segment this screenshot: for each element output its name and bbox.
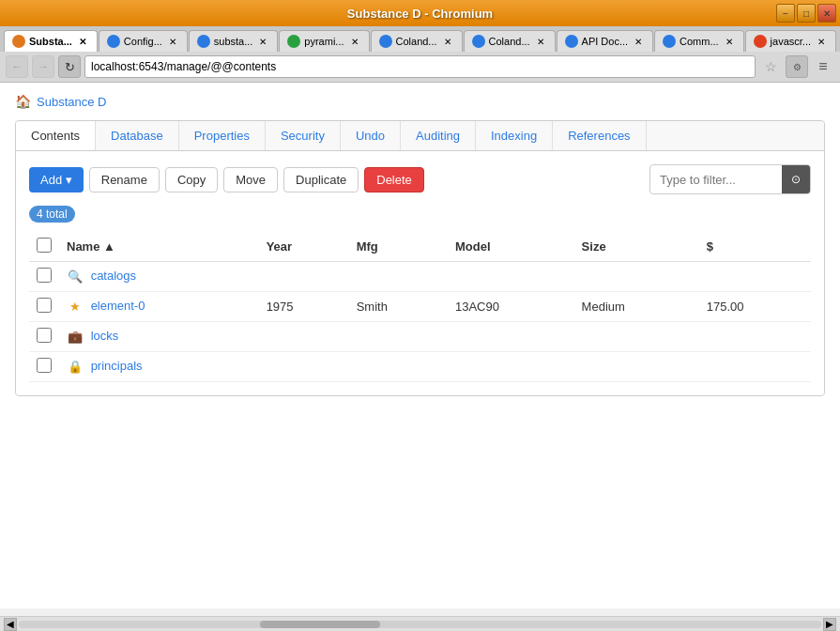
tab-close-substad[interactable]: ✕: [76, 35, 89, 48]
item-link-catalogs[interactable]: catalogs: [91, 269, 136, 283]
tab-comm[interactable]: Comm... ✕: [654, 30, 744, 52]
row-checkbox-catalogs[interactable]: [37, 268, 52, 283]
col-model[interactable]: Model: [448, 232, 574, 262]
tab-label-coland: Coland...: [396, 36, 437, 47]
window-controls: − □ ✕: [776, 4, 836, 23]
tab-pyramid[interactable]: pyrami... ✕: [279, 30, 369, 52]
duplicate-button[interactable]: Duplicate: [283, 167, 359, 192]
cell-model-catalogs: [448, 262, 574, 292]
cell-year-locks: [259, 322, 349, 352]
briefcase-icon: 💼: [67, 329, 84, 346]
filter-input[interactable]: [650, 168, 782, 192]
cell-model-principals: [448, 352, 574, 382]
tab-apidoc[interactable]: API Doc... ✕: [557, 30, 654, 52]
tab-close-apidoc[interactable]: ✕: [632, 35, 645, 48]
item-link-locks[interactable]: locks: [91, 329, 119, 343]
tab-close-config[interactable]: ✕: [166, 35, 179, 48]
move-button[interactable]: Move: [223, 167, 278, 192]
tab-indexing[interactable]: Indexing: [476, 121, 553, 150]
tabs-container: Contents Database Properties Security Un…: [15, 120, 825, 396]
tab-coland[interactable]: Coland... ✕: [371, 30, 463, 52]
breadcrumb-link[interactable]: Substance D: [37, 95, 106, 109]
tab-database[interactable]: Database: [96, 121, 179, 150]
add-label: Add ▾: [40, 173, 72, 187]
tab-label-pyramid: pyrami...: [304, 36, 344, 47]
copy-button[interactable]: Copy: [165, 167, 218, 192]
maximize-button[interactable]: □: [797, 4, 816, 23]
tab-label-coland2: Coland...: [489, 36, 530, 47]
col-size[interactable]: Size: [574, 232, 699, 262]
star-icon: ★: [67, 299, 84, 316]
cell-price-principals: [699, 352, 811, 382]
cell-model-locks: [448, 322, 574, 352]
tab-config[interactable]: Config... ✕: [99, 30, 188, 52]
tab-close-coland2[interactable]: ✕: [534, 35, 547, 48]
cell-size-catalogs: [574, 262, 699, 292]
tab-references[interactable]: References: [553, 121, 646, 150]
close-button[interactable]: ✕: [817, 4, 836, 23]
back-button[interactable]: ←: [6, 55, 28, 78]
cell-price-catalogs: [699, 262, 811, 292]
bookmark-button[interactable]: ☆: [759, 55, 782, 78]
tab-close-substan2[interactable]: ✕: [256, 35, 269, 48]
item-link-element0[interactable]: element-0: [91, 299, 145, 313]
tab-auditing[interactable]: Auditing: [401, 121, 476, 150]
favicon-comm: [663, 35, 676, 48]
cell-year-element0: 1975: [259, 292, 349, 322]
tab-label-substan2: substa...: [214, 36, 253, 47]
cell-model-element0: 13AC90: [448, 292, 574, 322]
tab-security[interactable]: Security: [266, 121, 341, 150]
tabs-body: Add ▾ Rename Copy Move Duplicate Delete: [16, 151, 824, 395]
row-checkbox-principals[interactable]: [37, 358, 52, 373]
refresh-button[interactable]: ↻: [58, 55, 81, 78]
tab-substan2[interactable]: substa... ✕: [189, 30, 279, 52]
delete-button[interactable]: Delete: [364, 167, 424, 192]
tab-contents[interactable]: Contents: [16, 121, 96, 151]
tab-undo[interactable]: Undo: [341, 121, 401, 150]
table-row: 🔒 principals: [29, 352, 811, 382]
tab-coland2[interactable]: Coland... ✕: [464, 30, 556, 52]
address-bar[interactable]: localhost:6543/manage/@@contents: [84, 55, 756, 78]
minimize-button[interactable]: −: [776, 4, 795, 23]
table-row: 💼 locks: [29, 322, 811, 352]
browser-chrome: Substa... ✕ Config... ✕ substa... ✕ pyra…: [0, 26, 840, 83]
copy-label: Copy: [177, 173, 206, 187]
navigation-bar: ← → ↻ localhost:6543/manage/@@contents ☆…: [0, 52, 840, 83]
tab-close-coland[interactable]: ✕: [441, 35, 454, 48]
row-checkbox-locks[interactable]: [37, 328, 52, 343]
col-mfg[interactable]: Mfg: [349, 232, 448, 262]
add-button[interactable]: Add ▾: [29, 167, 84, 192]
filter-clear-button[interactable]: ⊙: [782, 165, 810, 193]
tab-close-javascr[interactable]: ✕: [815, 35, 828, 48]
col-price[interactable]: $: [699, 232, 811, 262]
favicon-javascr: [754, 35, 767, 48]
tab-label-apidoc: API Doc...: [582, 36, 629, 47]
menu-button[interactable]: ≡: [812, 55, 834, 78]
tab-label-javascr: javascr...: [771, 36, 811, 47]
tab-close-comm[interactable]: ✕: [723, 35, 736, 48]
forward-button[interactable]: →: [32, 55, 54, 78]
lock-icon: 🔒: [67, 359, 84, 376]
item-link-principals[interactable]: principals: [91, 359, 143, 373]
row-checkbox-element0[interactable]: [37, 298, 52, 313]
extensions-button[interactable]: ⚙: [786, 55, 808, 78]
table-header-row: Name ▲ Year Mfg Model Size: [29, 232, 811, 262]
col-year[interactable]: Year: [259, 232, 349, 262]
tab-close-pyramid[interactable]: ✕: [348, 35, 361, 48]
title-bar: Substance D - Chromium − □ ✕: [0, 0, 840, 26]
rename-button[interactable]: Rename: [89, 167, 160, 192]
tab-javascr[interactable]: javascr... ✕: [745, 30, 836, 52]
window-title: Substance D - Chromium: [347, 7, 493, 21]
page-content: 🏠 Substance D Contents Database Properti…: [0, 83, 840, 608]
cell-price-element0: 175.00: [699, 292, 811, 322]
col-name[interactable]: Name ▲: [59, 232, 259, 262]
cell-mfg-catalogs: [349, 262, 448, 292]
toolbar: Add ▾ Rename Copy Move Duplicate Delete: [29, 164, 811, 194]
tab-properties[interactable]: Properties: [179, 121, 266, 150]
select-all-checkbox[interactable]: [37, 238, 52, 253]
tab-substad[interactable]: Substa... ✕: [4, 30, 98, 52]
home-icon: 🏠: [15, 94, 31, 109]
address-text: localhost:6543/manage/@@contents: [91, 60, 276, 73]
favicon-apidoc: [565, 35, 578, 48]
cell-mfg-locks: [349, 322, 448, 352]
